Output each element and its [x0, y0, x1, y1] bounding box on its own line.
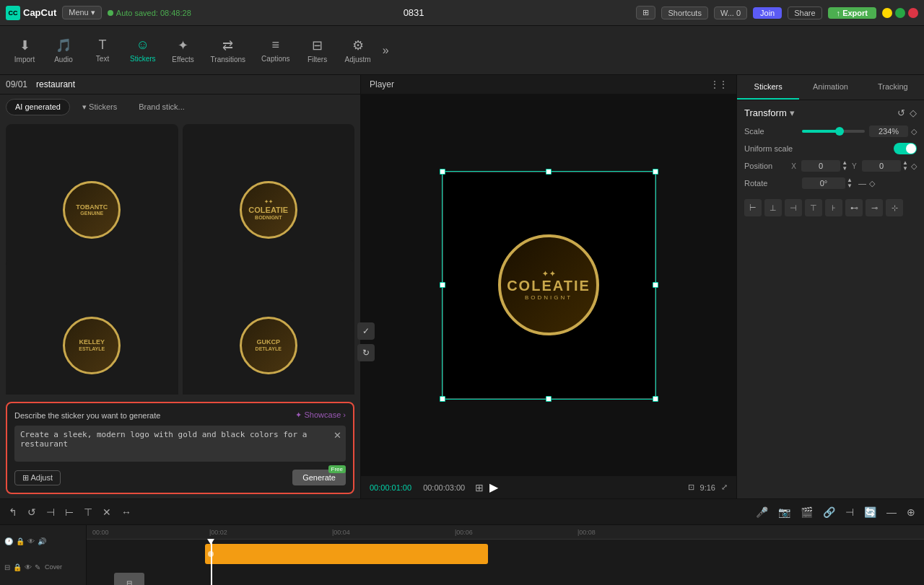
handle-bl[interactable]: [440, 396, 445, 402]
time-ruler: 00:00 |00:02 |00:04 |00:06 |00:08: [87, 525, 924, 540]
pos-x-input[interactable]: [801, 160, 840, 172]
sticker-item-3[interactable]: KELLEY ESTLAYLE: [6, 260, 178, 395]
align-center-v-btn[interactable]: ⊦: [825, 199, 842, 216]
filters-tool[interactable]: ⊟ Filters: [299, 29, 336, 72]
share-button[interactable]: Share: [788, 6, 821, 19]
tab-tracking[interactable]: Tracking: [862, 75, 924, 100]
track1-eye-icon[interactable]: 👁: [27, 537, 35, 545]
timeline: ↰ ↺ ⊣ ⊢ ⊤ ✕ ↔ 🎤 📷 🎬 🔗 ⊣ 🔄 — ⊕ 🕐 🔒 👁 🔊 ⊟ …: [0, 498, 924, 585]
close-button[interactable]: [908, 8, 918, 18]
rotate-diamond-icon[interactable]: ◇: [869, 179, 875, 188]
pos-x-down[interactable]: ▼: [842, 166, 847, 172]
tl-undo-btn[interactable]: ↺: [25, 505, 39, 519]
minimize-button[interactable]: [882, 8, 892, 18]
player-menu-icon[interactable]: ⋮⋮: [710, 79, 728, 89]
tab-stickers-right[interactable]: Stickers: [737, 75, 799, 100]
ai-prompt-textarea[interactable]: [14, 426, 346, 462]
tl-mic-btn[interactable]: 🎤: [753, 505, 771, 519]
tab-brand-stickers[interactable]: Brand stick...: [129, 99, 194, 115]
logo-sticker[interactable]: ✦ ✦ COLEATIE BODNIGNT: [498, 234, 599, 335]
tl-select-tool[interactable]: ↰: [6, 505, 20, 519]
track1-audio-icon[interactable]: 🔊: [38, 537, 46, 545]
track2-eye-icon[interactable]: 👁: [25, 563, 32, 571]
toolbar-more-icon[interactable]: »: [380, 41, 392, 60]
pos-diamond-icon[interactable]: ◇: [911, 162, 917, 171]
scale-slider[interactable]: [802, 130, 865, 133]
workspace-button[interactable]: W... 0: [714, 6, 747, 19]
side-action-check[interactable]: ✓: [357, 322, 375, 340]
transform-diamond-button[interactable]: ◇: [910, 107, 917, 118]
stickers-tool[interactable]: ☺ Stickers: [123, 29, 163, 72]
tl-dash-btn[interactable]: —: [884, 505, 899, 519]
align-dist-h-btn[interactable]: ⊸: [866, 199, 883, 216]
align-right-btn[interactable]: ⊣: [785, 199, 802, 216]
handle-right[interactable]: [653, 282, 658, 288]
track1-lock-icon[interactable]: 🔒: [16, 537, 25, 545]
join-button[interactable]: Join: [753, 7, 782, 19]
menu-button[interactable]: Menu ▾: [62, 6, 102, 19]
align-left-btn[interactable]: ⊢: [744, 199, 762, 216]
logo-sub-text: BODNIGNT: [525, 294, 572, 301]
scale-value-input[interactable]: [869, 126, 908, 137]
align-bottom-btn[interactable]: ⊷: [845, 199, 863, 216]
tl-replace-btn[interactable]: 🔄: [861, 505, 879, 519]
shortcuts-button[interactable]: Shortcuts: [661, 6, 707, 19]
tl-add-btn[interactable]: ⊕: [904, 505, 918, 519]
crop-button[interactable]: ⊡: [688, 483, 694, 492]
handle-br[interactable]: [653, 396, 658, 402]
import-tool[interactable]: ⬇ Import: [6, 29, 43, 72]
handle-bottom[interactable]: [546, 396, 552, 402]
showcase-button[interactable]: ✦ Showcase ›: [295, 410, 346, 420]
fullscreen-button[interactable]: ⤢: [721, 483, 728, 492]
maximize-button[interactable]: [895, 8, 905, 18]
rotate-input[interactable]: [802, 177, 845, 189]
adjust-button[interactable]: ⊞ Adjust: [14, 470, 61, 485]
captions-tool[interactable]: ≡ Captions: [254, 29, 297, 72]
cover-clip[interactable]: ⊟: [114, 573, 144, 585]
tl-delete-btn[interactable]: ✕: [100, 505, 114, 519]
audio-tool[interactable]: 🎵 Audio: [45, 29, 82, 72]
scale-slider-thumb[interactable]: [835, 127, 844, 136]
rotate-down[interactable]: ▼: [847, 183, 853, 189]
tl-fit-btn[interactable]: ↔: [118, 505, 134, 519]
tab-stickers[interactable]: ▾ Stickers: [73, 99, 126, 115]
rotate-dash-icon[interactable]: —: [858, 179, 866, 188]
tab-ai-generated[interactable]: AI generated: [6, 99, 70, 115]
handle-left[interactable]: [440, 282, 445, 288]
tl-split-btn[interactable]: ⊣: [43, 505, 58, 519]
export-button[interactable]: ↑ Export: [828, 7, 876, 19]
handle-tl[interactable]: [440, 169, 445, 175]
text-tool[interactable]: T Text: [84, 29, 121, 72]
video-clip[interactable]: [205, 544, 488, 564]
transitions-tool[interactable]: ⇄ Transitions: [204, 29, 253, 72]
uniform-scale-toggle[interactable]: [894, 143, 917, 154]
scale-diamond-icon[interactable]: ◇: [911, 127, 917, 136]
tl-camera-btn[interactable]: 📷: [775, 505, 793, 519]
handle-top[interactable]: [546, 169, 552, 175]
side-action-refresh[interactable]: ↻: [357, 344, 375, 361]
tl-link-btn[interactable]: 🔗: [820, 505, 838, 519]
aspect-button[interactable]: 9:16: [700, 483, 715, 492]
clear-textarea-icon[interactable]: ✕: [334, 430, 341, 441]
effects-tool[interactable]: ✦ Effects: [165, 29, 202, 72]
align-top-btn[interactable]: ⊤: [805, 199, 822, 216]
pos-y-down[interactable]: ▼: [902, 166, 908, 172]
grid-toggle-icon[interactable]: ⊞: [475, 482, 484, 493]
tl-trim-btn[interactable]: ⊢: [62, 505, 77, 519]
play-button[interactable]: ▶: [489, 480, 498, 494]
align-center-h-btn[interactable]: ⊥: [764, 199, 782, 216]
align-dist-v-btn[interactable]: ⊹: [886, 199, 903, 216]
track2-lock-icon[interactable]: 🔒: [13, 563, 22, 571]
screen-button[interactable]: ⊞: [636, 6, 655, 19]
transform-actions: ↺ ◇: [897, 107, 917, 118]
tl-trim2-btn[interactable]: ⊣: [842, 505, 857, 519]
tab-animation[interactable]: Animation: [799, 75, 861, 100]
transform-reset-button[interactable]: ↺: [897, 107, 905, 118]
tl-crop-btn[interactable]: ⊤: [81, 505, 95, 519]
time-mark-6: |00:06: [455, 529, 473, 536]
tl-video-btn[interactable]: 🎬: [798, 505, 816, 519]
handle-tr[interactable]: [653, 169, 658, 175]
sticker-item-4[interactable]: GUKCP DETLAYLE: [183, 260, 355, 395]
adjustm-tool[interactable]: ⚙ Adjustm: [338, 29, 378, 72]
pos-y-input[interactable]: [862, 160, 901, 172]
